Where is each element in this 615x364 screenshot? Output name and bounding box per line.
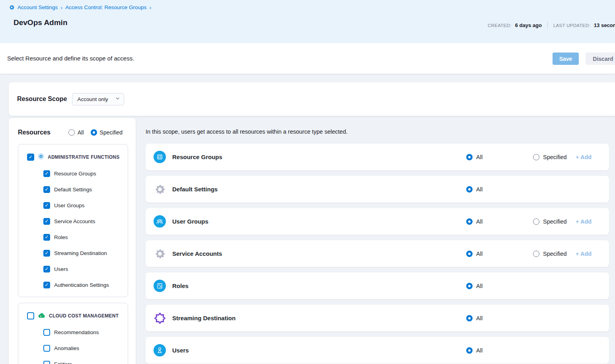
created-value: 6 days ago xyxy=(515,22,542,28)
radio-label: Specified xyxy=(543,218,567,225)
resource-row-label: Roles xyxy=(172,273,189,299)
item-checkbox[interactable] xyxy=(43,170,50,177)
cloud-cost-icon: $ xyxy=(38,312,45,320)
item-checkbox[interactable] xyxy=(43,202,50,209)
option-specified[interactable]: Specified xyxy=(533,208,567,235)
radio-all[interactable] xyxy=(466,251,473,257)
resource-row-label: Resource Groups xyxy=(172,144,222,170)
breadcrumb-link-1[interactable]: Account Settings xyxy=(18,4,58,10)
radio-all[interactable] xyxy=(466,154,473,160)
breadcrumb-separator: › xyxy=(60,4,62,11)
group-header[interactable]: $CLOUD COST MANAGEMENT xyxy=(27,311,125,321)
group-checkbox[interactable] xyxy=(27,312,34,319)
resource-item[interactable]: Authentication Settings xyxy=(43,277,125,293)
option-specified[interactable]: Specified xyxy=(533,240,567,267)
resource-item[interactable]: User Groups xyxy=(43,197,125,213)
radio-all[interactable] xyxy=(466,283,473,289)
action-toolbar: Select Resource and define its scope of … xyxy=(0,43,615,74)
resources-mode-all[interactable]: All xyxy=(68,129,84,136)
option-specified[interactable]: Specified xyxy=(533,144,567,170)
resources-mode-options: AllSpecified xyxy=(68,129,123,136)
breadcrumb: Account Settings›Access Control: Resourc… xyxy=(9,4,151,11)
resource-item[interactable]: Folders xyxy=(43,356,125,364)
radio-label: All xyxy=(476,154,483,160)
item-checkbox[interactable] xyxy=(43,266,50,273)
page-title: DevOps Admin xyxy=(14,18,68,27)
resource-scope-value: Account only xyxy=(77,96,108,102)
option-all[interactable]: All xyxy=(466,144,483,170)
resource-group-box: $CLOUD COST MANAGEMENTRecommendationsAno… xyxy=(18,303,128,364)
resource-item[interactable]: Default Settings xyxy=(43,181,125,197)
resources-group-list: ADMINISTRATIVE FUNCTIONSResource GroupsD… xyxy=(18,144,128,364)
breadcrumb-link-2[interactable]: Access Control: Resource Groups xyxy=(65,4,146,10)
radio-label: Specified xyxy=(100,129,123,136)
radio-label: Specified xyxy=(543,251,567,257)
resource-item[interactable]: Anomalies xyxy=(43,340,125,356)
item-checkbox[interactable] xyxy=(43,234,50,241)
resource-row: Streaming DestinationAll xyxy=(146,305,609,331)
radio-label: Specified xyxy=(543,154,567,160)
resource-row: Service AccountsAllSpecified+ Add xyxy=(146,240,609,267)
option-all[interactable]: All xyxy=(466,273,483,299)
resource-scope-select[interactable]: Account only xyxy=(72,93,124,105)
resource-row: User GroupsAllSpecified+ Add xyxy=(146,208,609,235)
resource-rows: Resource GroupsAllSpecified+ AddDefault … xyxy=(146,144,609,364)
resources-mode-specified[interactable]: Specified xyxy=(91,129,123,136)
radio-specified[interactable] xyxy=(533,154,539,160)
settings-gear-icon xyxy=(154,247,166,260)
group-checkbox[interactable] xyxy=(27,154,34,161)
option-all[interactable]: All xyxy=(466,305,483,331)
option-all[interactable]: All xyxy=(466,176,483,202)
option-all[interactable]: All xyxy=(466,337,483,364)
item-checkbox[interactable] xyxy=(43,186,50,193)
radio-all[interactable] xyxy=(68,129,75,136)
resource-row-label: Users xyxy=(172,337,189,364)
discard-button[interactable]: Discard xyxy=(586,53,615,65)
add-link[interactable]: + Add xyxy=(576,240,592,267)
admin-functions-icon xyxy=(38,153,44,161)
last-updated-value: 13 seconds ago xyxy=(594,22,615,28)
group-items: RecommendationsAnomaliesFolders xyxy=(27,324,125,364)
created-label: CREATED: xyxy=(488,23,512,28)
save-button[interactable]: Save xyxy=(553,53,579,65)
item-checkbox[interactable] xyxy=(43,329,50,336)
item-checkbox[interactable] xyxy=(43,250,50,257)
item-checkbox[interactable] xyxy=(43,361,50,364)
radio-specified[interactable] xyxy=(91,129,97,136)
item-label: Folders xyxy=(54,361,72,364)
resource-row-label: User Groups xyxy=(172,208,208,235)
radio-all[interactable] xyxy=(466,315,473,321)
radio-all[interactable] xyxy=(466,186,473,193)
page-header: Account Settings›Access Control: Resourc… xyxy=(0,0,615,43)
resource-item[interactable]: Roles xyxy=(43,229,125,245)
radio-label: All xyxy=(476,283,483,289)
radio-all[interactable] xyxy=(466,347,473,354)
option-all[interactable]: All xyxy=(466,208,483,235)
radio-specified[interactable] xyxy=(533,251,539,257)
radio-label: All xyxy=(476,315,483,321)
resource-item[interactable]: Resource Groups xyxy=(43,165,125,181)
item-label: Anomalies xyxy=(54,345,79,351)
radio-all[interactable] xyxy=(466,218,473,225)
resource-row: Default SettingsAll xyxy=(146,176,609,202)
resources-title: Resources xyxy=(18,129,51,136)
group-header[interactable]: ADMINISTRATIVE FUNCTIONS xyxy=(27,152,125,162)
resource-item[interactable]: Users xyxy=(43,261,125,277)
resource-item[interactable]: Streaming Destination xyxy=(43,245,125,261)
scope-description: In this scope, users get access to all r… xyxy=(146,128,348,135)
radio-label: All xyxy=(476,347,483,354)
item-checkbox[interactable] xyxy=(43,282,50,288)
radio-label: All xyxy=(78,129,84,136)
item-checkbox[interactable] xyxy=(43,345,50,352)
breadcrumb-separator: › xyxy=(149,4,151,11)
radio-specified[interactable] xyxy=(533,218,539,225)
add-link[interactable]: + Add xyxy=(576,144,592,170)
resource-item[interactable]: Recommendations xyxy=(43,324,125,340)
item-label: Roles xyxy=(54,234,68,240)
resource-item[interactable]: Service Accounts xyxy=(43,213,125,229)
item-checkbox[interactable] xyxy=(43,218,50,225)
option-all[interactable]: All xyxy=(466,240,483,267)
user-groups-icon xyxy=(154,215,166,228)
resource-row: Resource GroupsAllSpecified+ Add xyxy=(146,144,609,170)
add-link[interactable]: + Add xyxy=(576,208,592,235)
